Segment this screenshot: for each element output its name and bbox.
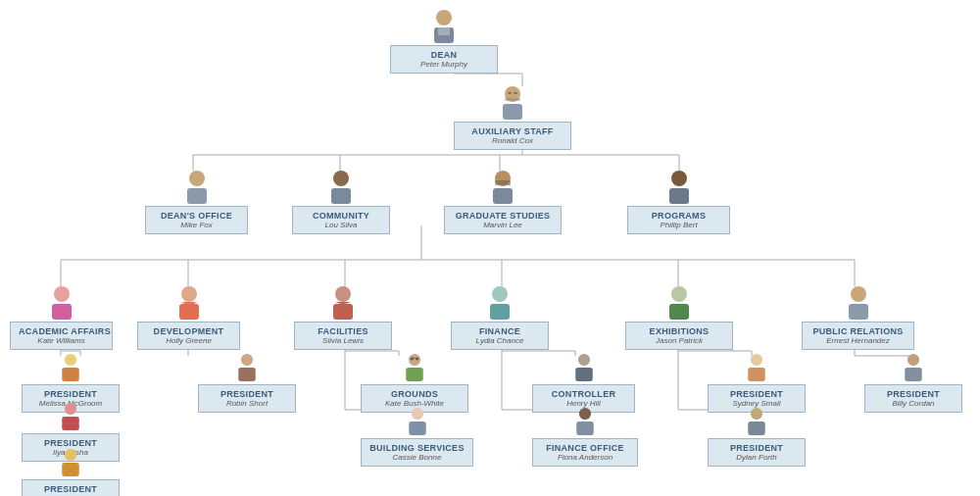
node-pres-sydney[interactable]: PRESIDENT Sydney Small: [708, 351, 806, 413]
node-auxiliary[interactable]: AUXILIARY STAFF Ronald Cox: [454, 84, 571, 150]
node-pres-billy[interactable]: PRESIDENT Billy Cordan: [864, 351, 962, 413]
svg-rect-79: [62, 417, 79, 430]
facilities-title: FACILITIES: [303, 326, 383, 336]
svg-rect-88: [406, 368, 423, 381]
svg-rect-69: [333, 304, 353, 320]
avatar-grounds: [401, 351, 428, 382]
svg-point-93: [579, 408, 591, 420]
avatar-public-relations: [843, 284, 874, 320]
svg-rect-60: [495, 180, 511, 185]
avatar-auxiliary: [497, 84, 528, 120]
svg-rect-71: [490, 304, 510, 320]
development-name: Holly Greene: [146, 336, 231, 345]
node-dean[interactable]: DEAN Peter Murphy: [390, 8, 498, 74]
svg-rect-98: [748, 422, 765, 435]
community-title: COMMUNITY: [301, 211, 381, 221]
svg-rect-58: [331, 188, 351, 204]
svg-rect-75: [849, 304, 868, 320]
avatar-pres-billy: [900, 351, 927, 382]
node-development[interactable]: DEVELOPMENT Holly Greene: [137, 284, 240, 350]
avatar-development: [173, 284, 205, 320]
pres-robin-name: Robin Short: [207, 399, 287, 408]
avatar-finance: [484, 284, 515, 320]
svg-point-80: [65, 449, 76, 461]
svg-point-91: [577, 354, 589, 366]
org-chart: DEAN Peter Murphy AUXILIARY STAFF Ronald…: [0, 0, 980, 496]
programs-name: Phillip Bert: [636, 221, 721, 229]
controller-title: CONTROLLER: [541, 389, 626, 399]
node-academic[interactable]: ACADEMIC AFFAIRS Kate Williams: [10, 284, 113, 350]
academic-title: ACADEMIC AFFAIRS: [19, 326, 104, 336]
node-pres-dylan[interactable]: PRESIDENT Dylan Forth: [708, 405, 806, 467]
svg-point-84: [409, 354, 420, 366]
svg-rect-61: [493, 188, 513, 204]
svg-rect-54: [503, 104, 522, 120]
node-exhibitions[interactable]: EXHIBITIONS Jason Patrick: [625, 284, 733, 350]
node-pres-robin[interactable]: PRESIDENT Robin Short: [198, 351, 296, 413]
dean-title: DEAN: [399, 50, 489, 60]
pres-star-title: PRESIDENT: [30, 484, 111, 494]
avatar-building: [404, 405, 431, 436]
svg-point-78: [65, 403, 76, 415]
svg-rect-100: [905, 368, 922, 381]
svg-point-99: [907, 354, 919, 366]
svg-point-74: [851, 286, 866, 302]
building-name: Cassie Bonne: [369, 453, 465, 462]
avatar-exhibitions: [663, 284, 695, 320]
svg-rect-92: [575, 368, 593, 381]
svg-point-52: [514, 92, 517, 94]
node-programs[interactable]: PROGRAMS Phillip Bert: [627, 169, 730, 234]
avatar-controller: [570, 351, 598, 382]
finance-office-name: Fiona Anderson: [541, 453, 629, 462]
svg-point-47: [436, 10, 452, 25]
avatar-finance-office: [571, 405, 599, 436]
node-community[interactable]: COMMUNITY Lou Silva: [292, 169, 390, 234]
svg-rect-67: [179, 304, 199, 320]
pres-dylan-title: PRESIDENT: [716, 443, 797, 453]
auxiliary-title: AUXILIARY STAFF: [463, 126, 563, 136]
avatar-pres-dylan: [743, 405, 770, 436]
avatar-programs: [663, 169, 695, 204]
avatar-pres-sydney: [743, 351, 770, 382]
node-building[interactable]: BUILDING SERVICES Cassie Bonne: [361, 405, 473, 467]
node-pres-star[interactable]: PRESIDENT Star Matson: [22, 446, 120, 496]
dean-name: Peter Murphy: [399, 60, 489, 69]
svg-rect-53: [505, 98, 520, 101]
svg-rect-77: [62, 368, 79, 381]
pres-dylan-name: Dylan Forth: [716, 453, 797, 462]
pres-melissa-title: PRESIDENT: [30, 389, 111, 399]
finance-title: FINANCE: [460, 326, 540, 336]
programs-title: PROGRAMS: [636, 211, 721, 221]
svg-point-55: [189, 171, 205, 186]
finance-name: Lydia Chance: [460, 336, 540, 345]
node-finance[interactable]: FINANCE Lydia Chance: [451, 284, 549, 350]
svg-point-89: [411, 408, 422, 420]
svg-point-76: [65, 354, 76, 366]
node-public-relations[interactable]: PUBLIC RELATIONS Ernest Hernandez: [802, 284, 914, 350]
avatar-community: [325, 169, 357, 204]
pres-robin-title: PRESIDENT: [207, 389, 287, 399]
node-grounds[interactable]: GROUNDS Kate Bush-White: [361, 351, 468, 413]
node-facilities[interactable]: FACILITIES Silvia Lewis: [294, 284, 392, 350]
graduate-title: GRADUATE STUDIES: [453, 211, 553, 221]
node-graduate[interactable]: GRADUATE STUDIES Marvin Lee: [444, 169, 562, 234]
graduate-name: Marvin Lee: [453, 221, 553, 229]
node-finance-office[interactable]: FINANCE OFFICE Fiona Anderson: [532, 405, 638, 467]
svg-rect-63: [669, 188, 689, 204]
svg-point-97: [751, 408, 762, 420]
node-deans-office[interactable]: DEAN'S OFFICE Mike Fox: [145, 169, 248, 234]
svg-rect-87: [411, 357, 419, 359]
svg-rect-73: [669, 304, 689, 320]
avatar-deans-office: [181, 169, 213, 204]
building-title: BUILDING SERVICES: [369, 443, 465, 453]
svg-point-72: [671, 286, 687, 302]
svg-point-82: [241, 354, 253, 366]
svg-rect-90: [409, 422, 426, 435]
grounds-title: GROUNDS: [369, 389, 460, 399]
node-controller[interactable]: CONTROLLER Henry Hill: [532, 351, 635, 413]
pres-billy-title: PRESIDENT: [873, 389, 954, 399]
svg-point-68: [335, 286, 351, 302]
facilities-name: Silvia Lewis: [303, 336, 383, 345]
avatar-pres-melissa: [57, 351, 84, 382]
svg-rect-56: [187, 188, 207, 204]
